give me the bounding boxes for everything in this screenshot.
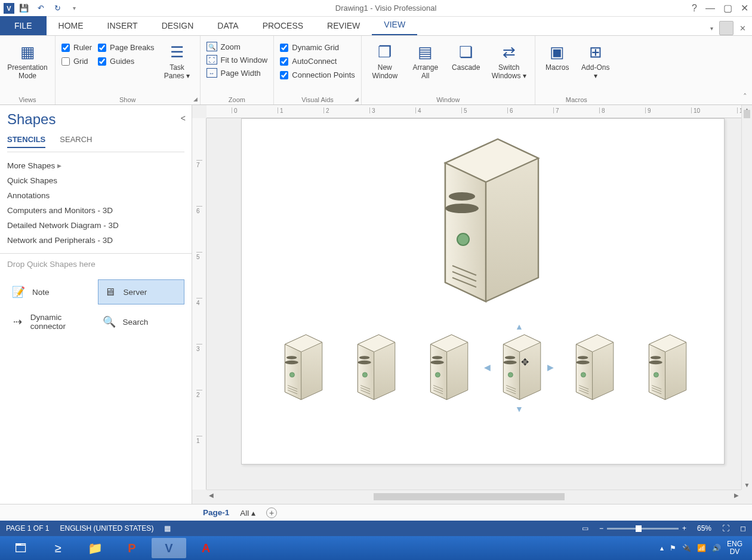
shapes-tab-stencils[interactable]: STENCILS	[7, 135, 45, 148]
scroll-down-icon[interactable]: ▼	[742, 482, 752, 488]
server-shape-4[interactable]	[494, 334, 544, 401]
stencil-annotations[interactable]: Annotations	[7, 191, 184, 200]
tray-network-icon[interactable]: 📶	[697, 544, 706, 552]
macros-button[interactable]: ▣Macros	[541, 39, 574, 72]
palette-note[interactable]: 📝Note	[7, 279, 94, 304]
stencil-network-peripherals-3d[interactable]: Network and Peripherals - 3D	[7, 236, 184, 245]
status-page[interactable]: PAGE 1 OF 1	[6, 524, 49, 533]
tab-design[interactable]: DESIGN	[150, 16, 206, 35]
tray-security-icon[interactable]: ⚑	[670, 544, 676, 552]
tray-show-hidden-icon[interactable]: ▴	[660, 544, 664, 552]
zoom-value[interactable]: 65%	[697, 524, 711, 533]
vertical-scrollbar[interactable]: ▲ ▼	[741, 105, 752, 490]
doc-close-icon[interactable]: ✕	[739, 24, 746, 33]
qat-customize-icon[interactable]: ▾	[68, 2, 80, 14]
ribbon-options-icon[interactable]: ▾	[710, 25, 713, 32]
page-tab-all[interactable]: All ▴	[240, 508, 255, 518]
server-shape-5[interactable]	[566, 334, 617, 401]
presentation-mode-button[interactable]: ▦ Presentation Mode	[6, 39, 49, 80]
taskbar-app-1[interactable]: 🗔	[4, 538, 38, 558]
zoom-knob[interactable]	[636, 525, 642, 532]
help-icon[interactable]: ?	[692, 3, 697, 14]
fit-to-window-button[interactable]: ⛶Fit to Window	[207, 55, 268, 64]
account-avatar[interactable]	[719, 21, 733, 35]
scroll-left-icon[interactable]: ◀	[209, 492, 214, 499]
autoconnect-right-icon[interactable]: ▶	[547, 362, 554, 372]
tab-file[interactable]: FILE	[0, 16, 47, 35]
macro-recorder-icon[interactable]: ▦	[164, 524, 171, 533]
connection-points-checkbox[interactable]: Connection Points	[280, 70, 355, 79]
autoconnect-checkbox[interactable]: AutoConnect	[280, 57, 355, 66]
zoom-button[interactable]: 🔍Zoom	[207, 42, 268, 51]
autoconnect-left-icon[interactable]: ◀	[484, 362, 491, 372]
stencil-network-diagram-3d[interactable]: Detailed Network Diagram - 3D	[7, 221, 184, 230]
fit-page-icon[interactable]: ⛶	[722, 524, 729, 533]
redo-icon[interactable]: ↻	[51, 2, 63, 14]
show-dialog-launcher[interactable]: ◢	[193, 96, 198, 102]
taskbar-visio[interactable]: V	[152, 538, 186, 558]
status-language[interactable]: ENGLISH (UNITED STATES)	[60, 524, 153, 533]
page-breaks-checkbox[interactable]: Page Breaks	[98, 43, 154, 52]
server-shape-2[interactable]	[348, 334, 398, 401]
new-window-icon: ❐	[378, 42, 392, 62]
palette-server[interactable]: 🖥Server	[98, 279, 185, 304]
ruler-checkbox[interactable]: Ruler	[61, 43, 92, 52]
tab-process[interactable]: PROCESS	[251, 16, 315, 35]
scroll-right-icon[interactable]: ▶	[734, 492, 739, 499]
canvas[interactable]: 01234567891011 7654321	[192, 105, 752, 504]
add-page-button[interactable]: +	[266, 507, 277, 518]
cascade-button[interactable]: ❏Cascade	[449, 39, 483, 72]
dynamic-grid-checkbox[interactable]: Dynamic Grid	[280, 43, 355, 52]
tab-view[interactable]: VIEW	[372, 15, 417, 35]
collapse-ribbon-icon[interactable]: ˄	[743, 92, 747, 101]
server-shape-6[interactable]	[639, 334, 689, 401]
server-shape-1[interactable]	[275, 334, 325, 401]
drawing-page[interactable]: ▲ ▼ ◀ ▶ ✥	[241, 118, 725, 464]
zoom-slider[interactable]: − +	[599, 524, 686, 533]
new-window-button[interactable]: ❐New Window	[368, 39, 402, 80]
grid-checkbox[interactable]: Grid	[61, 57, 92, 66]
palette-search[interactable]: 🔍Search	[98, 308, 185, 336]
guides-checkbox[interactable]: Guides	[98, 57, 154, 66]
tray-volume-icon[interactable]: 🔊	[712, 544, 721, 552]
server-shape-3[interactable]	[421, 334, 471, 401]
tab-review[interactable]: REVIEW	[315, 16, 372, 35]
hscroll-thumb[interactable]	[374, 493, 565, 500]
presentation-view-icon[interactable]: ▭	[582, 524, 588, 533]
stencil-more-shapes[interactable]: More Shapes	[7, 161, 184, 170]
addons-button[interactable]: ⊞Add-Ons ▾	[580, 39, 612, 80]
save-icon[interactable]: 💾	[18, 2, 30, 14]
taskbar-explorer[interactable]: 📁	[78, 538, 112, 558]
server-shape-large[interactable]	[424, 137, 543, 304]
autoconnect-up-icon[interactable]: ▲	[515, 322, 523, 331]
close-icon[interactable]: ✕	[741, 2, 748, 14]
vscroll-thumb[interactable]	[744, 110, 750, 118]
taskbar-acrobat[interactable]: A	[189, 538, 223, 558]
page-tab-1[interactable]: Page-1	[203, 508, 229, 517]
arrange-all-button[interactable]: ▤Arrange All	[408, 39, 443, 80]
autoconnect-down-icon[interactable]: ▼	[515, 404, 523, 414]
fullscreen-icon[interactable]: ◻	[740, 524, 746, 533]
tab-data[interactable]: DATA	[205, 16, 250, 35]
taskbar-powershell[interactable]: ≥	[41, 538, 75, 558]
switch-windows-button[interactable]: ⇄Switch Windows ▾	[489, 39, 529, 80]
tray-power-icon[interactable]: 🔌	[682, 544, 691, 552]
palette-dynamic-connector[interactable]: ⇢Dynamic connector	[7, 308, 94, 336]
visual-dialog-launcher[interactable]: ◢	[355, 96, 359, 102]
horizontal-scrollbar[interactable]: ◀ ▶	[207, 490, 741, 504]
undo-icon[interactable]: ↶	[35, 2, 47, 14]
zoom-out-icon[interactable]: −	[599, 524, 603, 533]
tab-home[interactable]: HOME	[47, 16, 95, 35]
stencil-quick-shapes[interactable]: Quick Shapes	[7, 176, 184, 185]
maximize-icon[interactable]: ▢	[723, 2, 732, 14]
taskbar-powerpoint[interactable]: P	[115, 538, 149, 558]
task-panes-button[interactable]: ☰ Task Panes ▾	[161, 39, 194, 80]
stencil-computers-3d[interactable]: Computers and Monitors - 3D	[7, 206, 184, 215]
page-width-button[interactable]: ↔Page Width	[207, 68, 268, 78]
tray-language[interactable]: ENGDV	[727, 540, 742, 556]
shapes-tab-search[interactable]: SEARCH	[60, 135, 92, 148]
minimize-icon[interactable]: —	[705, 3, 715, 14]
tab-insert[interactable]: INSERT	[95, 16, 150, 35]
shapes-collapse-icon[interactable]: <	[181, 113, 186, 123]
zoom-in-icon[interactable]: +	[682, 524, 686, 533]
